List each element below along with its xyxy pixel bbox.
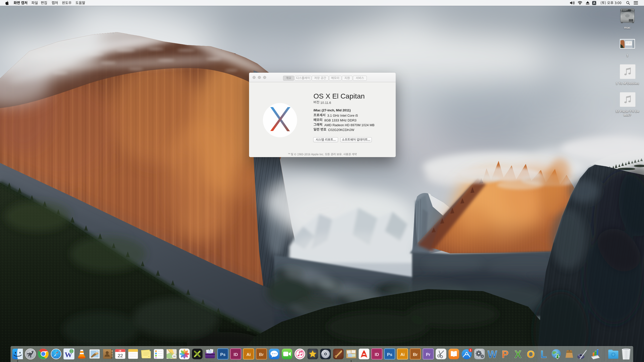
- svg-text:P: P: [502, 349, 509, 360]
- svg-text:L: L: [541, 349, 547, 360]
- svg-text:Br: Br: [259, 352, 264, 357]
- svg-text:Pr: Pr: [426, 352, 430, 357]
- svg-text:Br: Br: [413, 352, 418, 357]
- svg-text:ID: ID: [375, 352, 379, 357]
- svg-text:X: X: [515, 349, 521, 360]
- svg-text:Ps: Ps: [220, 352, 226, 357]
- svg-text:ID: ID: [234, 352, 238, 357]
- svg-text:30: 30: [173, 355, 176, 358]
- svg-text:Ai: Ai: [247, 352, 251, 357]
- svg-text:W: W: [488, 349, 497, 360]
- svg-text:1: 1: [470, 349, 471, 352]
- svg-text:22: 22: [117, 353, 123, 358]
- svg-text:Ps: Ps: [387, 352, 392, 357]
- svg-text:Ai: Ai: [400, 352, 405, 357]
- svg-text:O: O: [527, 349, 535, 360]
